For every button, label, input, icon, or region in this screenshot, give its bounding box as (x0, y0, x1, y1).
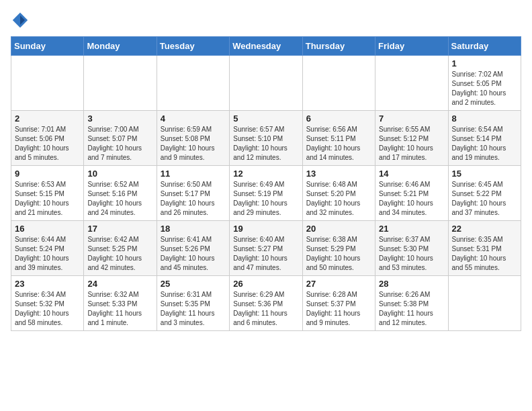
day-info: Sunrise: 7:02 AM Sunset: 5:05 PM Dayligh… (452, 70, 517, 107)
day-number: 27 (306, 279, 371, 289)
day-number: 13 (306, 169, 371, 179)
day-number: 20 (306, 224, 371, 234)
calendar-header-friday: Friday (375, 37, 448, 56)
calendar-cell: 23Sunrise: 6:34 AM Sunset: 5:32 PM Dayli… (11, 276, 84, 331)
day-info: Sunrise: 6:57 AM Sunset: 5:10 PM Dayligh… (233, 125, 298, 163)
calendar-cell: 3Sunrise: 7:00 AM Sunset: 5:07 PM Daylig… (84, 111, 157, 166)
calendar-cell: 5Sunrise: 6:57 AM Sunset: 5:10 PM Daylig… (230, 111, 302, 166)
calendar-cell: 13Sunrise: 6:48 AM Sunset: 5:20 PM Dayli… (302, 166, 375, 221)
calendar-cell (11, 56, 84, 111)
calendar-week-row: 1Sunrise: 7:02 AM Sunset: 5:05 PM Daylig… (11, 56, 521, 111)
calendar-cell: 8Sunrise: 6:54 AM Sunset: 5:14 PM Daylig… (448, 111, 521, 166)
day-number: 17 (87, 224, 152, 234)
calendar-cell: 28Sunrise: 6:26 AM Sunset: 5:38 PM Dayli… (375, 276, 448, 331)
day-info: Sunrise: 6:49 AM Sunset: 5:19 PM Dayligh… (233, 180, 298, 218)
calendar-cell: 22Sunrise: 6:35 AM Sunset: 5:31 PM Dayli… (448, 221, 521, 276)
day-info: Sunrise: 7:01 AM Sunset: 5:06 PM Dayligh… (15, 125, 80, 163)
calendar-cell: 1Sunrise: 7:02 AM Sunset: 5:05 PM Daylig… (448, 56, 521, 111)
calendar: SundayMondayTuesdayWednesdayThursdayFrid… (11, 36, 521, 331)
day-info: Sunrise: 6:41 AM Sunset: 5:26 PM Dayligh… (161, 235, 226, 273)
calendar-cell: 16Sunrise: 6:44 AM Sunset: 5:24 PM Dayli… (11, 221, 84, 276)
page-header (11, 11, 521, 30)
day-info: Sunrise: 6:40 AM Sunset: 5:27 PM Dayligh… (233, 235, 298, 273)
day-number: 24 (87, 279, 152, 289)
calendar-cell: 24Sunrise: 6:32 AM Sunset: 5:33 PM Dayli… (84, 276, 157, 331)
day-info: Sunrise: 6:44 AM Sunset: 5:24 PM Dayligh… (15, 235, 80, 273)
day-number: 21 (379, 224, 444, 234)
day-number: 26 (233, 279, 298, 289)
day-info: Sunrise: 6:37 AM Sunset: 5:30 PM Dayligh… (379, 235, 444, 273)
calendar-header-saturday: Saturday (448, 37, 521, 56)
calendar-cell: 14Sunrise: 6:46 AM Sunset: 5:21 PM Dayli… (375, 166, 448, 221)
calendar-cell (157, 56, 229, 111)
calendar-header-thursday: Thursday (302, 37, 375, 56)
day-number: 22 (452, 224, 517, 234)
calendar-cell: 26Sunrise: 6:29 AM Sunset: 5:36 PM Dayli… (230, 276, 302, 331)
day-info: Sunrise: 6:42 AM Sunset: 5:25 PM Dayligh… (87, 235, 152, 273)
calendar-cell (448, 276, 521, 331)
day-info: Sunrise: 6:34 AM Sunset: 5:32 PM Dayligh… (15, 290, 80, 328)
calendar-cell: 6Sunrise: 6:56 AM Sunset: 5:11 PM Daylig… (302, 111, 375, 166)
day-info: Sunrise: 6:26 AM Sunset: 5:38 PM Dayligh… (379, 290, 444, 328)
day-info: Sunrise: 6:48 AM Sunset: 5:20 PM Dayligh… (306, 180, 371, 218)
day-number: 18 (161, 224, 226, 234)
day-info: Sunrise: 6:29 AM Sunset: 5:36 PM Dayligh… (233, 290, 298, 328)
day-info: Sunrise: 6:28 AM Sunset: 5:37 PM Dayligh… (306, 290, 371, 328)
calendar-week-row: 9Sunrise: 6:53 AM Sunset: 5:15 PM Daylig… (11, 166, 521, 221)
day-info: Sunrise: 6:53 AM Sunset: 5:15 PM Dayligh… (15, 180, 80, 218)
day-number: 16 (15, 224, 80, 234)
day-number: 15 (452, 169, 517, 179)
calendar-header-sunday: Sunday (11, 37, 84, 56)
calendar-cell: 18Sunrise: 6:41 AM Sunset: 5:26 PM Dayli… (157, 221, 229, 276)
calendar-cell: 12Sunrise: 6:49 AM Sunset: 5:19 PM Dayli… (230, 166, 302, 221)
calendar-cell: 10Sunrise: 6:52 AM Sunset: 5:16 PM Dayli… (84, 166, 157, 221)
calendar-cell: 7Sunrise: 6:55 AM Sunset: 5:12 PM Daylig… (375, 111, 448, 166)
calendar-cell (375, 56, 448, 111)
day-info: Sunrise: 6:35 AM Sunset: 5:31 PM Dayligh… (452, 235, 517, 273)
calendar-cell: 4Sunrise: 6:59 AM Sunset: 5:08 PM Daylig… (157, 111, 229, 166)
day-info: Sunrise: 6:50 AM Sunset: 5:17 PM Dayligh… (161, 180, 226, 218)
calendar-cell: 20Sunrise: 6:38 AM Sunset: 5:29 PM Dayli… (302, 221, 375, 276)
logo (11, 11, 32, 30)
calendar-header-tuesday: Tuesday (157, 37, 229, 56)
day-number: 23 (15, 279, 80, 289)
day-info: Sunrise: 6:54 AM Sunset: 5:14 PM Dayligh… (452, 125, 517, 163)
calendar-week-row: 16Sunrise: 6:44 AM Sunset: 5:24 PM Dayli… (11, 221, 521, 276)
day-info: Sunrise: 7:00 AM Sunset: 5:07 PM Dayligh… (87, 125, 152, 163)
day-number: 14 (379, 169, 444, 179)
day-number: 1 (452, 58, 517, 68)
day-info: Sunrise: 6:45 AM Sunset: 5:22 PM Dayligh… (452, 180, 517, 218)
day-number: 8 (452, 113, 517, 124)
calendar-week-row: 2Sunrise: 7:01 AM Sunset: 5:06 PM Daylig… (11, 111, 521, 166)
day-number: 3 (87, 113, 152, 124)
day-number: 28 (379, 279, 444, 289)
day-info: Sunrise: 6:32 AM Sunset: 5:33 PM Dayligh… (87, 290, 152, 328)
day-number: 19 (233, 224, 298, 234)
calendar-cell: 15Sunrise: 6:45 AM Sunset: 5:22 PM Dayli… (448, 166, 521, 221)
day-number: 6 (306, 113, 371, 124)
day-number: 10 (87, 169, 152, 179)
calendar-week-row: 23Sunrise: 6:34 AM Sunset: 5:32 PM Dayli… (11, 276, 521, 331)
day-number: 4 (161, 113, 226, 124)
calendar-cell (84, 56, 157, 111)
day-info: Sunrise: 6:52 AM Sunset: 5:16 PM Dayligh… (87, 180, 152, 218)
calendar-header-wednesday: Wednesday (230, 37, 302, 56)
day-number: 11 (161, 169, 226, 179)
calendar-cell (230, 56, 302, 111)
calendar-cell: 9Sunrise: 6:53 AM Sunset: 5:15 PM Daylig… (11, 166, 84, 221)
calendar-cell: 11Sunrise: 6:50 AM Sunset: 5:17 PM Dayli… (157, 166, 229, 221)
day-number: 5 (233, 113, 298, 124)
day-info: Sunrise: 6:46 AM Sunset: 5:21 PM Dayligh… (379, 180, 444, 218)
day-info: Sunrise: 6:59 AM Sunset: 5:08 PM Dayligh… (161, 125, 226, 163)
calendar-cell: 25Sunrise: 6:31 AM Sunset: 5:35 PM Dayli… (157, 276, 229, 331)
day-info: Sunrise: 6:31 AM Sunset: 5:35 PM Dayligh… (161, 290, 226, 328)
day-info: Sunrise: 6:55 AM Sunset: 5:12 PM Dayligh… (379, 125, 444, 163)
calendar-cell: 19Sunrise: 6:40 AM Sunset: 5:27 PM Dayli… (230, 221, 302, 276)
calendar-cell (302, 56, 375, 111)
calendar-cell: 27Sunrise: 6:28 AM Sunset: 5:37 PM Dayli… (302, 276, 375, 331)
calendar-cell: 2Sunrise: 7:01 AM Sunset: 5:06 PM Daylig… (11, 111, 84, 166)
logo-icon (11, 11, 30, 30)
day-number: 9 (15, 169, 80, 179)
day-number: 12 (233, 169, 298, 179)
calendar-header-row: SundayMondayTuesdayWednesdayThursdayFrid… (11, 37, 521, 56)
